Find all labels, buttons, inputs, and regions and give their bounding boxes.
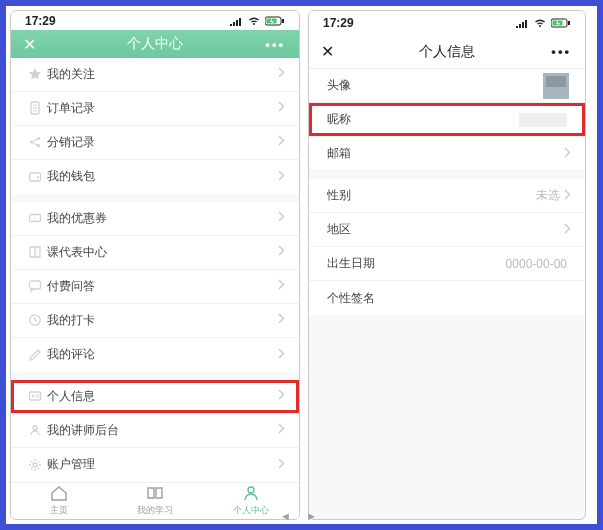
signal-icon bbox=[229, 16, 243, 26]
svg-point-15 bbox=[33, 463, 37, 467]
profile-row-5[interactable]: 地区 bbox=[309, 213, 585, 247]
phone-left: 17:29 ✕ 个人中心 ••• 我的关注订单记录分销记录我的钱包 我的优惠券课… bbox=[10, 10, 300, 520]
chevron-right-icon bbox=[564, 223, 571, 237]
menu-item-idcard[interactable]: 个人信息 bbox=[11, 380, 299, 414]
chevron-right-icon bbox=[278, 170, 285, 184]
user-icon bbox=[241, 484, 261, 502]
menu-item-wallet[interactable]: 我的钱包 bbox=[11, 160, 299, 194]
close-icon[interactable]: ✕ bbox=[23, 35, 36, 54]
menu-item-edit[interactable]: 我的评论 bbox=[11, 338, 299, 372]
menu-group-1: 我的关注订单记录分销记录我的钱包 bbox=[11, 58, 299, 194]
chevron-right-icon bbox=[278, 245, 285, 259]
chevron-right-icon bbox=[278, 211, 285, 225]
status-icons bbox=[515, 18, 571, 28]
svg-point-16 bbox=[248, 487, 254, 493]
menu-item-label: 我的关注 bbox=[47, 66, 278, 83]
close-icon[interactable]: ✕ bbox=[321, 42, 334, 61]
chevron-right-icon bbox=[278, 423, 285, 437]
wifi-icon bbox=[247, 16, 261, 26]
profile-row-2[interactable]: 邮箱 bbox=[309, 137, 585, 171]
home-icon bbox=[49, 484, 69, 502]
svg-rect-12 bbox=[30, 392, 41, 400]
profile-row-7[interactable]: 个性签名 bbox=[309, 281, 585, 315]
menu-item-label: 付费问答 bbox=[47, 278, 278, 295]
page-title: 个人信息 bbox=[309, 43, 585, 61]
chevron-right-icon bbox=[278, 389, 285, 403]
menu-item-label: 订单记录 bbox=[47, 100, 278, 117]
tab-label: 我的学习 bbox=[137, 504, 173, 517]
more-icon[interactable]: ••• bbox=[265, 37, 285, 52]
book-icon bbox=[25, 245, 45, 259]
menu-item-label: 个人信息 bbox=[47, 388, 278, 405]
navbar: ✕ 个人中心 ••• bbox=[11, 30, 299, 57]
doc-icon bbox=[25, 101, 45, 115]
row-label: 邮箱 bbox=[327, 145, 564, 162]
status-time: 17:29 bbox=[323, 16, 354, 30]
tab-label: 个人中心 bbox=[233, 504, 269, 517]
menu-group-2: 我的优惠券课代表中心付费问答我的打卡我的评论 bbox=[11, 202, 299, 372]
star-icon bbox=[25, 67, 45, 81]
svg-rect-19 bbox=[568, 21, 570, 25]
row-label: 出生日期 bbox=[327, 255, 506, 272]
idcard-icon bbox=[25, 389, 45, 403]
tab-home[interactable]: 主页 bbox=[11, 483, 107, 519]
menu-item-label: 账户管理 bbox=[47, 456, 278, 473]
status-time: 17:29 bbox=[25, 14, 56, 28]
wallet-icon bbox=[25, 170, 45, 184]
menu-item-ticket[interactable]: 我的优惠券 bbox=[11, 202, 299, 236]
qa-icon bbox=[25, 279, 45, 293]
menu-item-label: 分销记录 bbox=[47, 134, 278, 151]
navbar: ✕ 个人信息 ••• bbox=[309, 35, 585, 69]
chevron-right-icon bbox=[278, 458, 285, 472]
clock-icon bbox=[25, 313, 45, 327]
teacher-icon bbox=[25, 423, 45, 437]
tab-bar: 主页我的学习个人中心 bbox=[11, 482, 299, 519]
menu-item-qa[interactable]: 付费问答 bbox=[11, 270, 299, 304]
profile-row-4[interactable]: 性别未选 bbox=[309, 179, 585, 213]
menu-item-star[interactable]: 我的关注 bbox=[11, 58, 299, 92]
row-label: 性别 bbox=[327, 187, 536, 204]
chevron-right-icon bbox=[278, 313, 285, 327]
battery-icon bbox=[551, 18, 571, 28]
tab-study[interactable]: 我的学习 bbox=[107, 483, 203, 519]
more-icon[interactable]: ••• bbox=[551, 44, 571, 59]
status-bar: 17:29 bbox=[309, 11, 585, 35]
svg-point-13 bbox=[32, 395, 34, 397]
chevron-right-icon bbox=[278, 101, 285, 115]
row-label: 个性签名 bbox=[327, 290, 571, 307]
tab-label: 主页 bbox=[50, 504, 68, 517]
menu-item-label: 我的钱包 bbox=[47, 168, 278, 185]
svg-rect-10 bbox=[30, 281, 41, 289]
battery-icon bbox=[265, 16, 285, 26]
edit-icon bbox=[25, 348, 45, 362]
profile-row-1[interactable]: 昵称 bbox=[309, 103, 585, 137]
menu-item-label: 我的评论 bbox=[47, 346, 278, 363]
menu-item-gear[interactable]: 账户管理 bbox=[11, 448, 299, 482]
avatar bbox=[543, 73, 569, 99]
menu-item-doc[interactable]: 订单记录 bbox=[11, 92, 299, 126]
menu-item-share[interactable]: 分销记录 bbox=[11, 126, 299, 160]
row-label: 头像 bbox=[327, 77, 543, 94]
study-icon bbox=[145, 484, 165, 502]
menu-item-label: 我的打卡 bbox=[47, 312, 278, 329]
menu-item-label: 课代表中心 bbox=[47, 244, 278, 261]
chevron-right-icon bbox=[278, 348, 285, 362]
profile-row-0[interactable]: 头像 bbox=[309, 69, 585, 103]
menu-item-book[interactable]: 课代表中心 bbox=[11, 236, 299, 270]
row-label: 地区 bbox=[327, 221, 564, 238]
status-bar: 17:29 bbox=[11, 11, 299, 30]
menu-group-3: 个人信息我的讲师后台账户管理 bbox=[11, 380, 299, 482]
svg-rect-2 bbox=[282, 19, 284, 23]
profile-list: 头像昵称邮箱性别未选地区出生日期0000-00-00个性签名 bbox=[309, 69, 585, 315]
chevron-right-icon bbox=[564, 147, 571, 161]
redacted-value bbox=[519, 113, 567, 127]
menu-item-label: 我的讲师后台 bbox=[47, 422, 278, 439]
ticket-icon bbox=[25, 211, 45, 225]
profile-row-6[interactable]: 出生日期0000-00-00 bbox=[309, 247, 585, 281]
chevron-right-icon bbox=[278, 279, 285, 293]
wifi-icon bbox=[533, 18, 547, 28]
chevron-right-icon bbox=[278, 135, 285, 149]
menu-item-teacher[interactable]: 我的讲师后台 bbox=[11, 414, 299, 448]
menu-item-clock[interactable]: 我的打卡 bbox=[11, 304, 299, 338]
pager-arrows[interactable]: ◄ ► bbox=[280, 510, 323, 522]
